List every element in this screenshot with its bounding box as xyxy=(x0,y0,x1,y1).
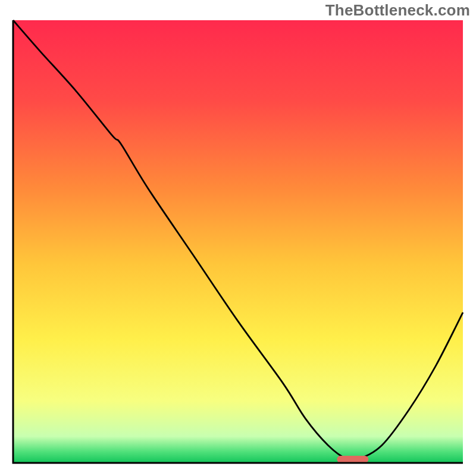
chart-svg xyxy=(12,19,464,464)
chart-container: TheBottleneck.com xyxy=(0,0,476,476)
watermark-text: TheBottleneck.com xyxy=(325,1,470,20)
plot-area xyxy=(12,19,464,464)
gradient-background xyxy=(13,20,463,463)
optimal-range-marker xyxy=(337,456,368,463)
